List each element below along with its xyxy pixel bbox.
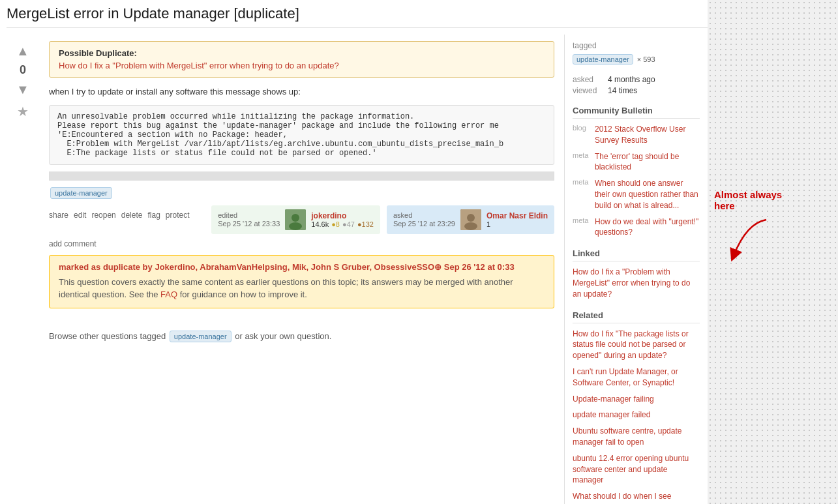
browse-tags-section: Browse other questions tagged update-man…	[49, 328, 554, 345]
editor-card: edited Sep 25 '12 at 23:33	[211, 205, 380, 234]
bulletin-link-0[interactable]: 2012 Stack Overflow User Survey Results	[595, 124, 700, 146]
related-item-5: ubuntu 12.4 error opening ubuntu softwar…	[573, 453, 700, 486]
viewed-value: 14 times	[608, 86, 637, 95]
related-item-3: update manager failed	[573, 409, 700, 421]
related-link-5[interactable]: ubuntu 12.4 error opening ubuntu softwar…	[573, 454, 689, 485]
asked-timestamp: Sep 25 '12 at 23:29	[393, 220, 455, 228]
tagged-label: tagged	[573, 41, 700, 50]
viewed-label-sidebar: viewed	[573, 86, 604, 95]
dup-user-5[interactable]: ObsessiveSSO⊕	[374, 262, 442, 272]
related-link-6[interactable]: What should I do when I see "Please repo…	[573, 492, 671, 504]
related-item-2: Update-manager failing	[573, 394, 700, 405]
asker-rep: 1	[486, 220, 490, 228]
related-link-4[interactable]: Ubuntu software centre, update manager f…	[573, 426, 681, 447]
svg-point-4	[467, 214, 475, 222]
flag-link[interactable]: flag	[147, 211, 160, 220]
related-section: Related How do I fix "The package lists …	[573, 310, 700, 504]
edited-label: edited	[218, 211, 280, 219]
annotation-arrow	[714, 216, 799, 269]
dup-body-text: This question covers exactly the same co…	[59, 276, 545, 301]
dup-user-4[interactable]: John S Gruber	[311, 262, 370, 272]
post-actions: share edit reopen delete flag protect	[49, 211, 190, 220]
related-link-1[interactable]: I can't run Update Manager, or Software …	[573, 367, 678, 387]
annotation-text: Almost always here	[714, 189, 799, 211]
possible-duplicate-box: Possible Duplicate: How do I fix a "Prob…	[49, 41, 554, 78]
faq-link[interactable]: FAQ	[160, 289, 177, 299]
related-item-4: Ubuntu software centre, update manager f…	[573, 426, 700, 448]
browse-suffix: or ask your own question.	[235, 331, 331, 341]
related-link-3[interactable]: update manager failed	[573, 410, 650, 419]
linked-section: Linked How do I fix a "Problem with Merg…	[573, 248, 700, 299]
editor-name[interactable]: jokerdino	[311, 211, 346, 220]
question-body-text: when I try to update or install any soft…	[49, 85, 554, 98]
edited-timestamp: Sep 25 '12 at 23:33	[218, 220, 280, 228]
dup-user-3[interactable]: Mik	[292, 262, 307, 272]
asked-label: asked	[393, 211, 455, 219]
bulletin-type-0: blog	[573, 124, 591, 146]
bulletin-link-3[interactable]: How do we deal with "urgent!" questions?	[595, 216, 700, 239]
sidebar-tagged-section: tagged update-manager × 593	[573, 41, 700, 65]
bulletin-item-1: meta The 'error' tag should be blacklist…	[573, 151, 700, 173]
bulletin-item-3: meta How do we deal with "urgent!" quest…	[573, 216, 700, 239]
reopen-link[interactable]: reopen	[91, 211, 115, 220]
browse-prefix: Browse other questions tagged	[49, 331, 166, 341]
sidebar-tag[interactable]: update-manager	[573, 54, 633, 65]
duplicate-link[interactable]: How do I fix a "Problem with MergeList" …	[59, 61, 339, 70]
upvote-button[interactable]: ▲	[13, 41, 33, 61]
bulletin-link-2[interactable]: When should one answer their own questio…	[595, 178, 700, 211]
sidebar-meta-section: asked 4 months ago viewed 14 times	[573, 75, 700, 95]
add-comment-link[interactable]: add comment	[49, 239, 554, 248]
dup-user-2[interactable]: AbrahamVanHelpsing	[200, 262, 287, 272]
bulletin-link-1[interactable]: The 'error' tag should be blacklisted	[595, 151, 700, 173]
favorite-button[interactable]: ★	[13, 102, 33, 121]
bulletin-item-2: meta When should one answer their own qu…	[573, 178, 700, 211]
related-link-2[interactable]: Update-manager failing	[573, 394, 654, 404]
share-link[interactable]: share	[49, 211, 68, 220]
question-title: MergeList error in Update manager [dupli…	[7, 5, 708, 28]
dup-user-1[interactable]: Jokerdino	[155, 262, 195, 272]
asker-name[interactable]: Omar Nasr Eldin	[486, 211, 548, 220]
bulletin-item-0: blog 2012 Stack Overflow User Survey Res…	[573, 124, 700, 146]
asked-value: 4 months ago	[608, 75, 655, 84]
dup-timestamp: Sep 26 '12 at 0:33	[444, 262, 515, 272]
code-block: An unresolvable problem occurred while i…	[49, 105, 554, 165]
annotation-container: Almost always here	[714, 189, 799, 271]
delete-link[interactable]: delete	[121, 211, 143, 220]
asker-avatar	[460, 209, 481, 230]
linked-link-0[interactable]: How do I fix a "Problem with MergeList" …	[573, 267, 690, 299]
community-bulletin-section: Community Bulletin blog 2012 Stack Overf…	[573, 106, 700, 238]
svg-point-2	[289, 222, 302, 230]
editor-bronze-badge: ●132	[357, 220, 374, 228]
vote-column: ▲ 0 ▼ ★	[7, 35, 39, 504]
related-item-0: How do I fix "The package lists or statu…	[573, 329, 700, 361]
duplicate-notice: marked as duplicate by Jokerdino, Abraha…	[49, 255, 554, 308]
linked-item-0: How do I fix a "Problem with MergeList" …	[573, 267, 700, 299]
editor-silver-badge: ●47	[342, 220, 355, 228]
duplicate-label: Possible Duplicate:	[59, 48, 545, 58]
downvote-button[interactable]: ▼	[13, 80, 33, 99]
bulletin-type-2: meta	[573, 178, 591, 211]
editor-avatar	[285, 209, 306, 230]
tag-count: × 593	[637, 55, 655, 63]
related-item-1: I can't run Update Manager, or Software …	[573, 366, 700, 389]
asked-label-sidebar: asked	[573, 75, 604, 84]
bulletin-title: Community Bulletin	[573, 106, 700, 119]
related-item-6: What should I do when I see "Please repo…	[573, 491, 700, 504]
svg-point-1	[292, 214, 299, 222]
linked-title: Linked	[573, 248, 700, 261]
browse-tag[interactable]: update-manager	[170, 331, 232, 342]
question-tag[interactable]: update-manager	[50, 187, 112, 199]
asker-card: asked Sep 25 '12 at 23:29	[387, 205, 554, 234]
protect-link[interactable]: protect	[166, 211, 190, 220]
bulletin-type-3: meta	[573, 216, 591, 239]
related-title: Related	[573, 310, 700, 323]
code-scrollbar[interactable]	[49, 171, 554, 181]
edit-link[interactable]: edit	[74, 211, 86, 220]
vote-count: 0	[20, 63, 26, 77]
right-sidebar: tagged update-manager × 593 asked 4 mont…	[564, 35, 708, 504]
bulletin-type-1: meta	[573, 151, 591, 173]
related-link-0[interactable]: How do I fix "The package lists or statu…	[573, 329, 689, 361]
svg-point-5	[464, 222, 477, 230]
question-body-area: Possible Duplicate: How do I fix a "Prob…	[39, 35, 564, 504]
dup-header-text: marked as duplicate by	[59, 262, 155, 272]
